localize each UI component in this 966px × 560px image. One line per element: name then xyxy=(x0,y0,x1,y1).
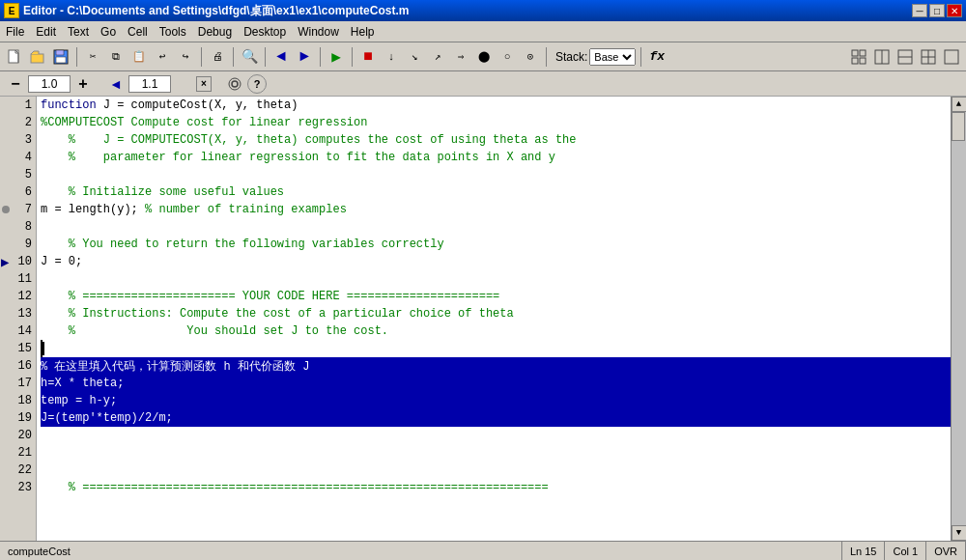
scroll-track[interactable] xyxy=(952,112,967,525)
code-line-18[interactable]: temp = h-y; xyxy=(41,392,951,409)
run-button[interactable]: ▶ xyxy=(326,46,347,68)
step-in-button[interactable]: ↘ xyxy=(404,46,425,68)
title-bar: E Editor - C:\Documents and Settings\dfg… xyxy=(0,0,966,21)
paste-button[interactable]: 📋 xyxy=(128,46,150,68)
menu-window[interactable]: Window xyxy=(292,23,345,41)
cut-button[interactable]: ✂ xyxy=(82,46,103,68)
step-out-button[interactable]: ↗ xyxy=(427,46,448,68)
redo-button[interactable]: ↪ xyxy=(175,46,196,68)
status-mode: OVR xyxy=(926,542,966,560)
status-ln: Ln 15 xyxy=(842,542,886,560)
code-line-22[interactable] xyxy=(41,462,951,479)
scroll-thumb[interactable] xyxy=(952,112,965,141)
code-line-15[interactable] xyxy=(41,340,951,357)
line-number-9: 9 xyxy=(0,236,36,253)
code-line-19[interactable]: J=(temp'*temp)/2/m; xyxy=(41,409,951,427)
menu-cell[interactable]: Cell xyxy=(122,23,154,41)
code-line-23[interactable]: % ======================================… xyxy=(41,479,951,496)
line-number-23: 23 xyxy=(0,479,36,496)
stack-dropdown[interactable]: Base xyxy=(589,48,636,66)
menu-file[interactable]: File xyxy=(0,23,30,41)
title-bar-left: E Editor - C:\Documents and Settings\dfg… xyxy=(4,3,409,19)
toolbar-sep-4 xyxy=(265,47,266,67)
menu-edit[interactable]: Edit xyxy=(30,23,62,41)
undo-button[interactable]: ↩ xyxy=(152,46,173,68)
cont-button[interactable]: ⇒ xyxy=(450,46,471,68)
forward-button[interactable]: ► xyxy=(294,46,315,68)
grid-view-button[interactable] xyxy=(848,46,869,68)
stop-button[interactable]: ■ xyxy=(357,46,379,68)
code-line-5[interactable] xyxy=(41,166,951,183)
svg-rect-5 xyxy=(56,50,64,55)
menu-go[interactable]: Go xyxy=(95,23,122,41)
code-line-14[interactable]: % You should set J to the cost. xyxy=(41,322,951,340)
toolbar-sep-6 xyxy=(352,47,353,67)
code-line-1[interactable]: function J = computeCost(X, y, theta) xyxy=(41,97,951,114)
code-line-16[interactable]: % 在这里填入代码，计算预测函数 h 和代价函数 J xyxy=(41,357,951,375)
split-h-button[interactable] xyxy=(871,46,893,68)
editor-container: 123456789▶1011121314151617181920212223 f… xyxy=(0,97,966,541)
app-icon: E xyxy=(4,3,19,18)
split-quad-button[interactable] xyxy=(918,46,939,68)
line-number-4: 4 xyxy=(0,149,36,166)
cell-help-button[interactable]: ? xyxy=(247,74,267,94)
split-v-button[interactable] xyxy=(895,46,916,68)
full-view-button[interactable] xyxy=(941,46,962,68)
zoom-input-1[interactable] xyxy=(28,75,71,93)
code-line-7[interactable]: m = length(y); % number of training exam… xyxy=(41,201,951,218)
step-button[interactable]: ↓ xyxy=(381,46,402,68)
cell-back-button[interactable]: ◄ xyxy=(106,74,126,94)
scroll-down-arrow[interactable]: ▼ xyxy=(952,525,967,541)
svg-rect-3 xyxy=(31,54,43,63)
new-button[interactable] xyxy=(4,46,25,68)
cell-forward-button[interactable] xyxy=(174,74,193,94)
cell-settings-button[interactable] xyxy=(225,74,244,94)
status-name: computeCost xyxy=(0,542,842,560)
find-button[interactable]: 🔍 xyxy=(239,46,260,68)
fx-button[interactable]: fx xyxy=(646,46,668,68)
menu-text[interactable]: Text xyxy=(62,23,95,41)
code-line-8[interactable] xyxy=(41,218,951,236)
code-line-4[interactable]: % parameter for linear regression to fit… xyxy=(41,149,951,166)
menu-desktop[interactable]: Desktop xyxy=(238,23,292,41)
zoom-input-2[interactable] xyxy=(128,75,171,93)
stack-label: Stack: xyxy=(555,50,587,64)
bp-clear-button[interactable]: ○ xyxy=(497,46,518,68)
back-button[interactable]: ◄ xyxy=(270,46,292,68)
close-button[interactable]: ✕ xyxy=(947,4,962,17)
open-button[interactable] xyxy=(27,46,48,68)
minimize-button[interactable]: ─ xyxy=(912,4,927,17)
code-line-10[interactable]: J = 0; xyxy=(41,253,951,270)
bp-step-button[interactable]: ⊙ xyxy=(520,46,541,68)
code-line-13[interactable]: % Instructions: Compute the cost of a pa… xyxy=(41,305,951,322)
line-number-5: 5 xyxy=(0,166,36,183)
save-button[interactable] xyxy=(50,46,71,68)
title-buttons[interactable]: ─ □ ✕ xyxy=(912,4,962,17)
code-line-12[interactable]: % ====================== YOUR CODE HERE … xyxy=(41,288,951,305)
print-button[interactable]: 🖨 xyxy=(207,46,228,68)
scrollbar-vertical[interactable]: ▲ ▼ xyxy=(951,97,966,541)
maximize-button[interactable]: □ xyxy=(929,4,945,17)
code-line-11[interactable] xyxy=(41,270,951,288)
code-line-17[interactable]: h=X * theta; xyxy=(41,375,951,392)
menu-debug[interactable]: Debug xyxy=(192,23,238,41)
bp-toggle-button[interactable]: ⬤ xyxy=(473,46,495,68)
scroll-up-arrow[interactable]: ▲ xyxy=(952,97,967,112)
code-line-21[interactable] xyxy=(41,444,951,462)
menu-help[interactable]: Help xyxy=(345,23,381,41)
cell-minus-button[interactable]: − xyxy=(6,74,25,94)
toolbar-sep-1 xyxy=(76,47,77,67)
code-line-3[interactable]: % J = COMPUTECOST(X, y, theta) computes … xyxy=(41,131,951,149)
code-line-20[interactable] xyxy=(41,427,951,444)
cell-plus-button[interactable]: + xyxy=(73,74,93,94)
menu-tools[interactable]: Tools xyxy=(154,23,192,41)
code-area[interactable]: function J = computeCost(X, y, theta)%CO… xyxy=(37,97,951,541)
code-line-2[interactable]: %COMPUTECOST Compute cost for linear reg… xyxy=(41,114,951,131)
code-line-9[interactable]: % You need to return the following varia… xyxy=(41,236,951,253)
toolbar-sep-3 xyxy=(233,47,234,67)
code-line-6[interactable]: % Initialize some useful values xyxy=(41,183,951,201)
copy-button[interactable]: ⧉ xyxy=(105,46,127,68)
line-number-16: 16 xyxy=(0,357,36,375)
cell-close-button[interactable]: × xyxy=(196,76,212,92)
line-number-13: 13 xyxy=(0,305,36,322)
